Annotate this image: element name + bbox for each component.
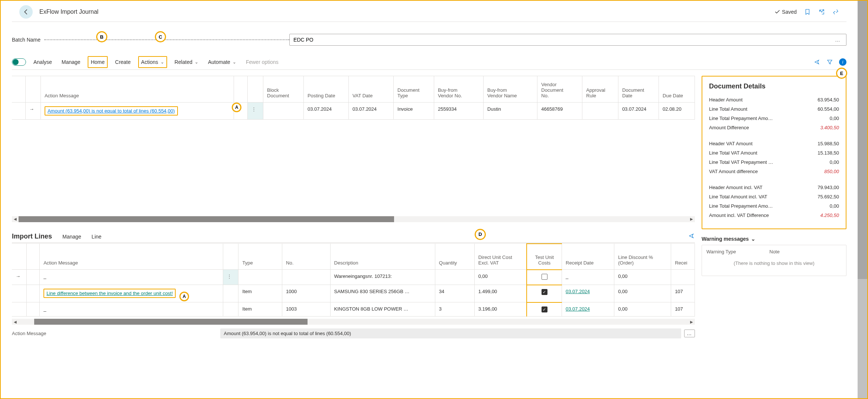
batch-name-input[interactable]	[293, 37, 833, 43]
test-unit-checkbox[interactable]: ✓	[527, 302, 562, 317]
col-vendor-no[interactable]: Buy-fromVendor No.	[434, 76, 483, 102]
arrow-left-icon	[23, 9, 29, 15]
batch-lookup-button[interactable]: …	[833, 37, 842, 43]
batch-dots: B C	[44, 36, 289, 40]
warn-empty-text: (There is nothing to show in this view)	[706, 260, 842, 266]
document-details-factbox: Document Details Header Amount63.954,50 …	[702, 76, 846, 229]
col-doc-date[interactable]: DocumentDate	[618, 76, 659, 102]
info-icon[interactable]: i	[839, 58, 846, 66]
col-block-doc[interactable]: BlockDocument	[263, 76, 304, 102]
header-grid: Action Message BlockDocument Posting Dat…	[12, 76, 695, 120]
header-grid-hscroll[interactable]: ◀ ▶	[12, 216, 695, 222]
line-row[interactable]: Line difference between the invoice and …	[12, 285, 695, 302]
lcol-recei[interactable]: Recei	[671, 244, 695, 270]
chevron-down-icon: ⌄	[751, 236, 755, 242]
checkbox-checked-icon: ✓	[542, 306, 547, 312]
window-vscroll[interactable]	[858, 1, 867, 398]
line-context-menu[interactable]: ⋮	[227, 273, 232, 279]
collapse-icon[interactable]	[832, 9, 839, 15]
warn-col-type: Warning Type	[706, 249, 736, 254]
analyse-toggle[interactable]	[12, 58, 26, 66]
col-approval-rule[interactable]: ApprovalRule	[582, 76, 618, 102]
manage-tab[interactable]: Manage	[59, 57, 83, 67]
warning-messages-body: Warning Type Note (There is nothing to s…	[702, 245, 846, 276]
cell-approval-rule[interactable]	[582, 102, 618, 119]
callout-B: B	[96, 31, 107, 42]
line-row[interactable]: _ Item 1003 KINGSTON 8GB LOW POWER … 3 3…	[12, 302, 695, 317]
scroll-right-icon[interactable]: ▶	[688, 319, 695, 325]
lcol-no[interactable]: No.	[282, 244, 330, 270]
import-lines-manage[interactable]: Manage	[62, 234, 81, 240]
fewer-options[interactable]: Fewer options	[244, 57, 281, 67]
receipt-date-link[interactable]: 03.07.2024	[566, 289, 590, 294]
action-message-link[interactable]: Amount (63.954,00) is not equal to total…	[48, 108, 175, 114]
lcol-discount[interactable]: Line Discount %(Order)	[614, 244, 671, 270]
page-title: ExFlow Import Journal	[39, 9, 98, 15]
scroll-right-icon[interactable]: ▶	[688, 216, 695, 222]
back-button[interactable]	[19, 5, 33, 19]
row-indicator-icon: →	[25, 102, 40, 119]
callout-E: E	[836, 68, 847, 79]
callout-A-line: A	[179, 292, 189, 301]
col-due-date[interactable]: Due Date	[659, 76, 695, 102]
line-action-message-link[interactable]: Line difference between the invoice and …	[46, 291, 173, 296]
header-row[interactable]: → Amount (63.954,00) is not equal to tot…	[12, 102, 695, 119]
filter-icon[interactable]	[826, 59, 833, 65]
col-posting-date[interactable]: Posting Date	[303, 76, 348, 102]
popout-icon[interactable]	[818, 9, 825, 15]
col-vendor-doc-no[interactable]: VendorDocumentNo.	[537, 76, 582, 102]
callout-A-header: A	[232, 103, 241, 112]
cell-vendor-name[interactable]: Dustin	[484, 102, 537, 119]
lcol-type[interactable]: Type	[238, 244, 282, 270]
lines-grid-hscroll[interactable]: ◀ ▶	[12, 319, 695, 325]
cell-due-date[interactable]: 02.08.20	[659, 102, 695, 119]
automate-menu[interactable]: Automate	[206, 57, 238, 67]
scroll-left-icon[interactable]: ◀	[12, 216, 19, 222]
import-lines-title: Import Lines	[12, 233, 52, 240]
batch-name-field[interactable]: …	[289, 34, 846, 46]
create-tab[interactable]: Create	[113, 57, 133, 67]
am-short: _	[43, 273, 46, 279]
bottom-action-label: Action Message	[12, 331, 46, 336]
import-lines-share-icon[interactable]	[688, 233, 695, 239]
row-indicator-icon: →	[12, 270, 26, 285]
lcol-action-message[interactable]: Action Message	[40, 244, 223, 270]
related-menu[interactable]: Related	[172, 57, 201, 67]
warning-messages-header[interactable]: Warning messages ⌄	[702, 236, 846, 242]
cell-doc-type[interactable]: Invoice	[394, 102, 434, 119]
home-tab[interactable]: Home	[88, 56, 107, 68]
lcol-receipt-date[interactable]: Receipt Date	[562, 244, 614, 270]
cell-vendor-no[interactable]: 2559334	[434, 102, 483, 119]
cell-doc-date[interactable]: 03.07.2024	[618, 102, 659, 119]
factbox-title: Document Details	[709, 82, 839, 90]
col-action-message[interactable]: Action Message	[40, 76, 234, 102]
lcol-description[interactable]: Description	[330, 244, 435, 270]
action-message-highlight: Amount (63.954,00) is not equal to total…	[45, 106, 178, 116]
analyse-tab[interactable]: Analyse	[31, 57, 54, 67]
col-vendor-name[interactable]: Buy-fromVendor Name	[484, 76, 537, 102]
cell-posting-date[interactable]: 03.07.2024	[303, 102, 348, 119]
checkbox-icon	[542, 274, 547, 280]
batch-name-label: Batch Name	[12, 37, 44, 43]
cell-vendor-doc-no[interactable]: 46658769	[537, 102, 582, 119]
line-row[interactable]: → _ ⋮ Wareneingangsnr. 107213: 0,00 _ 0,…	[12, 270, 695, 285]
test-unit-checkbox[interactable]	[527, 270, 562, 285]
bottom-more-button[interactable]: …	[684, 330, 695, 337]
cell-vat-date[interactable]: 03.07.2024	[348, 102, 393, 119]
lcol-unit-cost[interactable]: Direct Unit CostExcl. VAT	[474, 244, 527, 270]
bookmark-icon[interactable]	[804, 9, 811, 15]
row-context-menu[interactable]: ⋮	[251, 106, 257, 112]
warn-col-note: Note	[770, 249, 780, 254]
col-doc-type[interactable]: DocumentType	[394, 76, 434, 102]
lcol-qty[interactable]: Quantity	[435, 244, 474, 270]
scroll-left-icon[interactable]: ◀	[12, 319, 19, 325]
share-icon[interactable]	[814, 59, 820, 65]
fb-row: Header Amount63.954,50	[709, 97, 839, 103]
test-unit-checkbox[interactable]: ✓	[527, 285, 562, 302]
col-vat-date[interactable]: VAT Date	[348, 76, 393, 102]
lines-grid: Action Message Type No. Description Quan…	[12, 243, 695, 317]
actions-menu[interactable]: Actions	[138, 56, 167, 68]
lcol-test-unit[interactable]: Test UnitCosts	[527, 244, 562, 270]
receipt-date-link[interactable]: 03.07.2024	[566, 306, 590, 312]
import-lines-line[interactable]: Line	[92, 234, 101, 240]
